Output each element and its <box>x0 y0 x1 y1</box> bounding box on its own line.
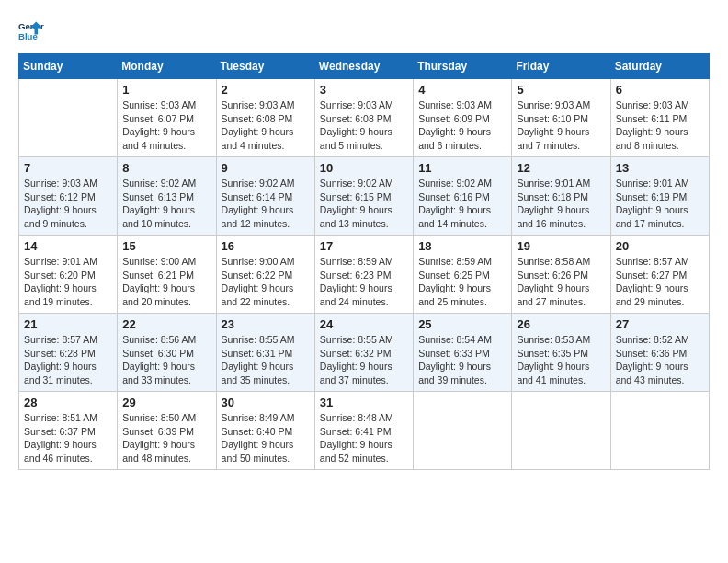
sunset-text: Sunset: 6:35 PM <box>517 347 605 361</box>
daylight-text: Daylight: 9 hours and 17 minutes. <box>616 203 704 230</box>
sunrise-text: Sunrise: 8:59 AM <box>320 255 408 269</box>
sunset-text: Sunset: 6:31 PM <box>222 347 310 361</box>
daylight-text: Daylight: 9 hours and 46 minutes. <box>24 438 112 465</box>
weekday-header-thursday: Thursday <box>414 54 512 79</box>
day-info: Sunrise: 9:02 AM Sunset: 6:15 PM Dayligh… <box>320 177 408 231</box>
day-info: Sunrise: 9:03 AM Sunset: 6:08 PM Dayligh… <box>320 98 408 153</box>
day-number: 27 <box>616 317 704 331</box>
weekday-header-wednesday: Wednesday <box>314 54 413 79</box>
day-number: 29 <box>122 396 210 409</box>
calendar-cell: 31 Sunrise: 8:48 AM Sunset: 6:41 PM Dayl… <box>314 392 413 470</box>
calendar-cell: 7 Sunrise: 9:03 AM Sunset: 6:12 PM Dayli… <box>19 157 118 236</box>
sunset-text: Sunset: 6:16 PM <box>418 190 506 204</box>
daylight-text: Daylight: 9 hours and 19 minutes. <box>24 282 112 308</box>
sunrise-text: Sunrise: 9:00 AM <box>122 255 210 269</box>
sunset-text: Sunset: 6:36 PM <box>616 347 704 361</box>
day-info: Sunrise: 9:03 AM Sunset: 6:08 PM Dayligh… <box>222 98 310 153</box>
sunrise-text: Sunrise: 8:50 AM <box>122 411 210 425</box>
sunset-text: Sunset: 6:27 PM <box>616 269 704 282</box>
week-row-1: 7 Sunrise: 9:03 AM Sunset: 6:12 PM Dayli… <box>19 157 710 236</box>
calendar-cell: 2 Sunrise: 9:03 AM Sunset: 6:08 PM Dayli… <box>216 79 314 157</box>
daylight-text: Daylight: 9 hours and 5 minutes. <box>320 125 408 152</box>
sunrise-text: Sunrise: 8:49 AM <box>222 411 310 425</box>
sunrise-text: Sunrise: 9:03 AM <box>122 98 210 112</box>
calendar-cell <box>512 392 610 470</box>
day-number: 31 <box>320 396 408 409</box>
calendar-cell: 19 Sunrise: 8:58 AM Sunset: 6:26 PM Dayl… <box>512 236 610 314</box>
daylight-text: Daylight: 9 hours and 22 minutes. <box>222 282 310 308</box>
daylight-text: Daylight: 9 hours and 10 minutes. <box>122 203 210 230</box>
sunset-text: Sunset: 6:12 PM <box>24 190 112 204</box>
daylight-text: Daylight: 9 hours and 4 minutes. <box>122 125 210 152</box>
day-number: 19 <box>517 239 605 253</box>
daylight-text: Daylight: 9 hours and 7 minutes. <box>517 125 605 152</box>
calendar-cell: 14 Sunrise: 9:01 AM Sunset: 6:20 PM Dayl… <box>19 236 118 314</box>
calendar-cell: 16 Sunrise: 9:00 AM Sunset: 6:22 PM Dayl… <box>216 236 314 314</box>
sunrise-text: Sunrise: 8:58 AM <box>517 255 605 269</box>
day-number: 28 <box>24 396 112 409</box>
sunset-text: Sunset: 6:33 PM <box>418 347 506 361</box>
calendar-cell: 25 Sunrise: 8:54 AM Sunset: 6:33 PM Dayl… <box>414 314 512 392</box>
sunrise-text: Sunrise: 9:02 AM <box>222 177 310 190</box>
daylight-text: Daylight: 9 hours and 31 minutes. <box>24 360 112 386</box>
sunrise-text: Sunrise: 8:52 AM <box>616 333 704 347</box>
sunrise-text: Sunrise: 9:03 AM <box>24 177 112 190</box>
daylight-text: Daylight: 9 hours and 37 minutes. <box>320 360 408 386</box>
calendar-cell <box>19 79 118 157</box>
daylight-text: Daylight: 9 hours and 8 minutes. <box>616 125 704 152</box>
weekday-header-sunday: Sunday <box>19 54 118 79</box>
day-info: Sunrise: 9:02 AM Sunset: 6:14 PM Dayligh… <box>222 177 310 231</box>
day-info: Sunrise: 8:50 AM Sunset: 6:39 PM Dayligh… <box>122 411 210 465</box>
week-row-3: 21 Sunrise: 8:57 AM Sunset: 6:28 PM Dayl… <box>19 314 710 392</box>
daylight-text: Daylight: 9 hours and 25 minutes. <box>418 282 506 308</box>
calendar-cell: 28 Sunrise: 8:51 AM Sunset: 6:37 PM Dayl… <box>19 392 118 470</box>
calendar-cell: 20 Sunrise: 8:57 AM Sunset: 6:27 PM Dayl… <box>610 236 709 314</box>
day-number: 21 <box>24 317 112 331</box>
sunset-text: Sunset: 6:30 PM <box>122 347 210 361</box>
sunrise-text: Sunrise: 9:01 AM <box>517 177 605 190</box>
calendar-cell: 15 Sunrise: 9:00 AM Sunset: 6:21 PM Dayl… <box>118 236 216 314</box>
sunset-text: Sunset: 6:22 PM <box>222 269 310 282</box>
day-info: Sunrise: 8:55 AM Sunset: 6:32 PM Dayligh… <box>320 333 408 387</box>
day-info: Sunrise: 9:03 AM Sunset: 6:09 PM Dayligh… <box>418 98 506 153</box>
day-info: Sunrise: 8:49 AM Sunset: 6:40 PM Dayligh… <box>222 411 310 465</box>
calendar-cell: 21 Sunrise: 8:57 AM Sunset: 6:28 PM Dayl… <box>19 314 118 392</box>
day-info: Sunrise: 9:03 AM Sunset: 6:10 PM Dayligh… <box>517 98 605 153</box>
calendar-cell: 29 Sunrise: 8:50 AM Sunset: 6:39 PM Dayl… <box>118 392 216 470</box>
calendar-cell: 17 Sunrise: 8:59 AM Sunset: 6:23 PM Dayl… <box>314 236 413 314</box>
daylight-text: Daylight: 9 hours and 16 minutes. <box>517 203 605 230</box>
day-number: 11 <box>418 161 506 175</box>
day-number: 24 <box>320 317 408 331</box>
calendar-cell: 6 Sunrise: 9:03 AM Sunset: 6:11 PM Dayli… <box>610 79 709 157</box>
sunset-text: Sunset: 6:08 PM <box>320 112 408 126</box>
day-number: 15 <box>122 239 210 253</box>
day-number: 12 <box>517 161 605 175</box>
day-number: 18 <box>418 239 506 253</box>
day-info: Sunrise: 8:59 AM Sunset: 6:25 PM Dayligh… <box>418 255 506 309</box>
sunset-text: Sunset: 6:26 PM <box>517 269 605 282</box>
day-number: 4 <box>418 83 506 97</box>
sunrise-text: Sunrise: 9:03 AM <box>320 98 408 112</box>
calendar-cell: 11 Sunrise: 9:02 AM Sunset: 6:16 PM Dayl… <box>414 157 512 236</box>
day-number: 5 <box>517 83 605 97</box>
daylight-text: Daylight: 9 hours and 20 minutes. <box>122 282 210 308</box>
calendar-cell <box>414 392 512 470</box>
sunset-text: Sunset: 6:23 PM <box>320 269 408 282</box>
day-info: Sunrise: 9:00 AM Sunset: 6:22 PM Dayligh… <box>222 255 310 309</box>
daylight-text: Daylight: 9 hours and 9 minutes. <box>24 203 112 230</box>
day-number: 6 <box>616 83 704 97</box>
sunset-text: Sunset: 6:25 PM <box>418 269 506 282</box>
daylight-text: Daylight: 9 hours and 41 minutes. <box>517 360 605 386</box>
sunset-text: Sunset: 6:21 PM <box>122 269 210 282</box>
day-info: Sunrise: 8:57 AM Sunset: 6:28 PM Dayligh… <box>24 333 112 387</box>
calendar-cell <box>610 392 709 470</box>
day-number: 16 <box>222 239 310 253</box>
day-number: 3 <box>320 83 408 97</box>
calendar-cell: 13 Sunrise: 9:01 AM Sunset: 6:19 PM Dayl… <box>610 157 709 236</box>
day-info: Sunrise: 8:58 AM Sunset: 6:26 PM Dayligh… <box>517 255 605 309</box>
sunset-text: Sunset: 6:39 PM <box>122 425 210 439</box>
weekday-header-monday: Monday <box>118 54 216 79</box>
calendar-cell: 10 Sunrise: 9:02 AM Sunset: 6:15 PM Dayl… <box>314 157 413 236</box>
sunrise-text: Sunrise: 9:01 AM <box>24 255 112 269</box>
sunrise-text: Sunrise: 8:54 AM <box>418 333 506 347</box>
